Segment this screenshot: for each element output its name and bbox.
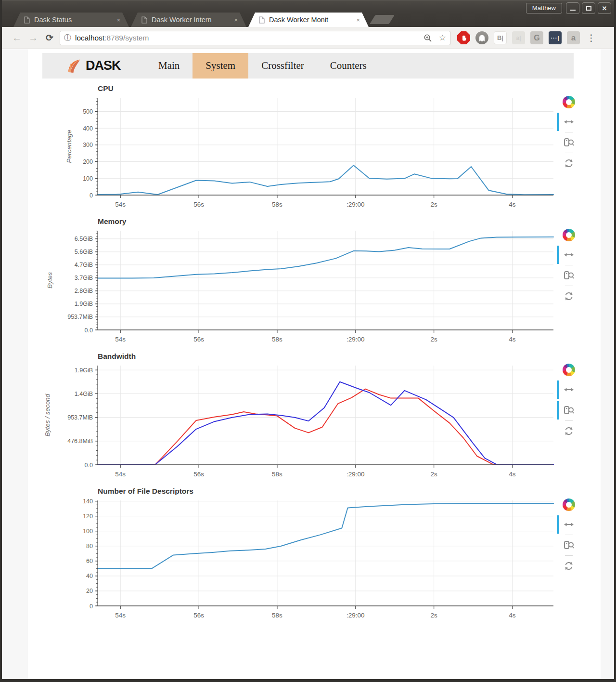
box-zoom-icon bbox=[563, 539, 575, 551]
dask-navbar: DASK Main System Crossfilter Counters bbox=[42, 53, 574, 79]
pan-tool-button[interactable] bbox=[562, 247, 576, 262]
tab-dask-worker-monitor[interactable]: Dask Worker Monit × bbox=[248, 13, 369, 27]
svg-text:476.8MiB: 476.8MiB bbox=[67, 438, 93, 445]
pan-icon bbox=[563, 519, 575, 530]
box-zoom-tool-button[interactable] bbox=[562, 135, 576, 150]
tab-close-icon[interactable]: × bbox=[234, 16, 238, 24]
svg-text:2s: 2s bbox=[431, 336, 438, 343]
box-zoom-icon bbox=[563, 270, 575, 281]
pan-tool-button[interactable] bbox=[562, 114, 576, 130]
window-controls: ✕ bbox=[566, 2, 611, 14]
svg-text::29:00: :29:00 bbox=[346, 201, 365, 208]
nav-item-system[interactable]: System bbox=[192, 53, 248, 79]
svg-text:56s: 56s bbox=[193, 201, 204, 208]
chart-bandwidth: Bandwidth 0.0476.8MiB953.7MiB1.4GiB1.9Gi… bbox=[28, 352, 601, 481]
nav-item-counters[interactable]: Counters bbox=[317, 53, 380, 79]
chart-memory: Memory 0.0953.7MiB1.9GiB2.8GiB3.7GiB4.7G… bbox=[28, 217, 601, 346]
chart-title: Bandwidth bbox=[98, 352, 601, 361]
svg-text:0.0: 0.0 bbox=[85, 327, 93, 334]
reset-tool-button[interactable] bbox=[562, 423, 576, 439]
svg-text:58s: 58s bbox=[272, 336, 282, 343]
toolbar-separator bbox=[565, 400, 573, 400]
tab-strip: Dask Status × Dask Worker Intern × Dask … bbox=[13, 13, 392, 27]
bokeh-logo-icon[interactable] bbox=[563, 229, 575, 241]
svg-text:500: 500 bbox=[83, 108, 93, 115]
tab-close-icon[interactable]: × bbox=[116, 16, 120, 24]
nav-item-crossfilter[interactable]: Crossfilter bbox=[248, 53, 317, 79]
pan-tool-button[interactable] bbox=[562, 382, 576, 397]
bokeh-toolbar bbox=[556, 94, 577, 211]
bokeh-toolbar bbox=[556, 497, 577, 622]
maximize-button[interactable] bbox=[582, 2, 595, 14]
faded-extension-icon[interactable]: a| bbox=[512, 31, 525, 44]
box-zoom-tool-button[interactable] bbox=[562, 403, 576, 418]
bookmark-star-icon[interactable]: ☆ bbox=[439, 33, 446, 43]
dask-brand[interactable]: DASK bbox=[64, 57, 145, 75]
tab-title: Dask Worker Intern bbox=[152, 16, 230, 24]
forward-button[interactable]: → bbox=[25, 32, 41, 43]
tab-dask-worker-internal[interactable]: Dask Worker Intern × bbox=[131, 13, 246, 27]
svg-text:140: 140 bbox=[83, 498, 93, 505]
new-tab-button[interactable] bbox=[370, 15, 395, 24]
a-extension-icon[interactable]: a bbox=[567, 31, 580, 44]
bandwidth-plot[interactable]: 0.0476.8MiB953.7MiB1.4GiB1.9GiB54s56s58s… bbox=[43, 362, 556, 481]
user-label[interactable]: Matthew bbox=[526, 3, 562, 13]
zoom-page-icon[interactable] bbox=[424, 34, 432, 42]
svg-text:1.9GiB: 1.9GiB bbox=[75, 367, 93, 374]
reset-tool-button[interactable] bbox=[562, 289, 576, 304]
bokeh-logo-icon[interactable] bbox=[563, 498, 575, 511]
reset-tool-button[interactable] bbox=[562, 558, 576, 574]
dask-system-page: DASK Main System Crossfilter Counters CP… bbox=[28, 49, 601, 679]
adblock-icon[interactable] bbox=[457, 31, 470, 44]
bokeh-logo-icon[interactable] bbox=[563, 96, 575, 108]
svg-text:2s: 2s bbox=[431, 612, 438, 619]
reload-button[interactable]: ⟳ bbox=[41, 32, 58, 43]
tab-dask-status[interactable]: Dask Status × bbox=[13, 13, 129, 27]
file-descriptors-plot[interactable]: 02040608010012014054s56s58s:29:002s4s bbox=[43, 497, 556, 622]
nav-item-main[interactable]: Main bbox=[145, 53, 192, 79]
svg-text:4s: 4s bbox=[509, 336, 516, 343]
reset-icon bbox=[563, 560, 575, 572]
url-path: :8789/system bbox=[104, 34, 149, 42]
ghostery-icon[interactable] bbox=[475, 31, 488, 44]
svg-text:54s: 54s bbox=[115, 336, 126, 343]
svg-text:200: 200 bbox=[83, 158, 93, 165]
browser-menu-icon[interactable]: ⋮ bbox=[587, 32, 596, 43]
address-bar[interactable]: ⓘ localhost :8789/system ☆ bbox=[60, 31, 450, 45]
password-dots-icon[interactable]: ···| bbox=[549, 31, 562, 44]
g-extension-icon[interactable]: G bbox=[530, 31, 543, 44]
box-zoom-tool-button[interactable] bbox=[562, 268, 576, 283]
close-button[interactable]: ✕ bbox=[598, 2, 611, 14]
chart-title: Memory bbox=[98, 217, 601, 226]
pan-tool-button[interactable] bbox=[562, 517, 576, 532]
reset-icon bbox=[563, 290, 575, 302]
toolbar-separator bbox=[565, 265, 573, 265]
bitwarden-icon[interactable]: B| bbox=[494, 31, 507, 44]
minimize-button[interactable] bbox=[566, 2, 579, 14]
tab-close-icon[interactable]: × bbox=[356, 16, 360, 24]
box-zoom-tool-button[interactable] bbox=[562, 538, 576, 553]
box-zoom-icon bbox=[563, 405, 575, 416]
chart-file-descriptors: Number of File Descriptors 0204060801001… bbox=[28, 487, 601, 622]
svg-text:4s: 4s bbox=[509, 201, 516, 208]
back-button[interactable]: ← bbox=[9, 32, 25, 43]
svg-text:300: 300 bbox=[83, 142, 93, 148]
svg-text:58s: 58s bbox=[272, 612, 282, 619]
svg-text:20: 20 bbox=[86, 588, 93, 594]
box-zoom-icon bbox=[563, 137, 575, 148]
page-icon bbox=[259, 16, 265, 24]
svg-text:100: 100 bbox=[83, 175, 93, 182]
svg-text:54s: 54s bbox=[115, 612, 126, 619]
page-info-icon[interactable]: ⓘ bbox=[64, 33, 71, 42]
bokeh-toolbar bbox=[556, 227, 577, 346]
svg-text:2s: 2s bbox=[431, 471, 438, 478]
svg-text:4s: 4s bbox=[509, 612, 516, 619]
svg-text::29:00: :29:00 bbox=[346, 612, 365, 619]
browser-toolbar: ← → ⟳ ⓘ localhost :8789/system ☆ B| a| G… bbox=[2, 27, 614, 49]
memory-plot[interactable]: 0.0953.7MiB1.9GiB2.8GiB3.7GiB4.7GiB5.6Gi… bbox=[43, 227, 556, 346]
bokeh-logo-icon[interactable] bbox=[563, 364, 575, 376]
svg-text:58s: 58s bbox=[272, 201, 282, 208]
svg-text:Percentage: Percentage bbox=[65, 130, 73, 163]
reset-tool-button[interactable] bbox=[562, 156, 576, 171]
cpu-plot[interactable]: 010020030040050054s56s58s:29:002s4sPerce… bbox=[43, 94, 556, 211]
